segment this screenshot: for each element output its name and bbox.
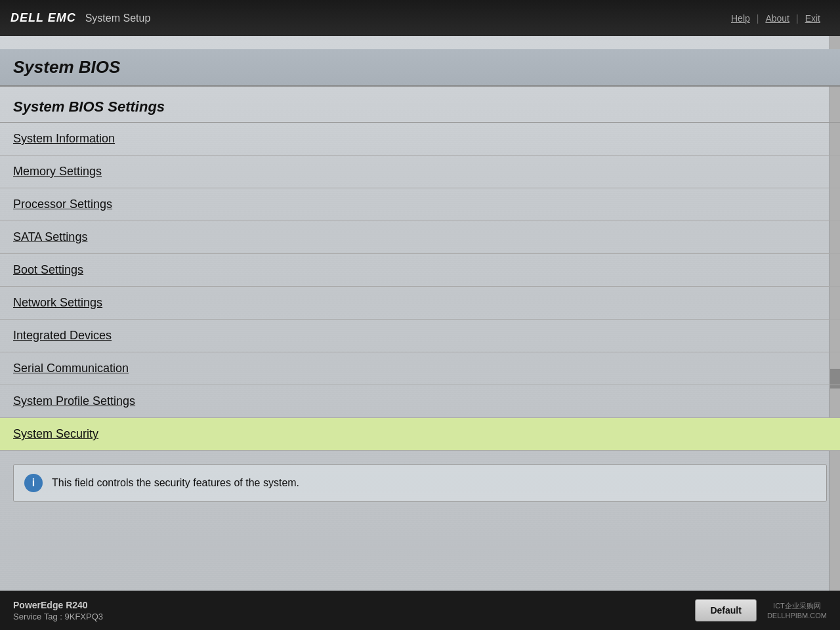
top-bar-title: System Setup [85,12,151,24]
menu-item-label: System Security [13,427,98,440]
info-text: This field controls the security feature… [52,477,299,489]
main-content: System BIOS System BIOS Settings System … [0,36,840,591]
top-bar-links: Help | About | Exit [731,13,820,24]
footer-model: PowerEdge R240 [13,600,103,610]
page-title-bar: System BIOS [0,49,840,87]
menu-item-serial-communication[interactable]: Serial Communication [0,352,840,385]
menu-item-label: Memory Settings [13,165,102,178]
menu-item-label: Serial Communication [13,362,129,375]
watermark-line2: DELLHPIBM.COM [767,612,827,620]
brand-area: DELL EMC System Setup [10,11,150,25]
default-button[interactable]: Default [695,599,756,621]
menu-item-processor-settings[interactable]: Processor Settings [0,188,840,221]
menu-item-label: System Profile Settings [13,394,135,408]
footer-right: Default ICT企业采购网 DELLHPIBM.COM [695,599,827,621]
watermark-line1: ICT企业采购网 [773,601,821,611]
menu-item-network-settings[interactable]: Network Settings [0,287,840,320]
menu-item-boot-settings[interactable]: Boot Settings [0,254,840,287]
menu-item-memory-settings[interactable]: Memory Settings [0,156,840,188]
menu-item-label: Boot Settings [13,263,83,276]
help-link[interactable]: Help [731,13,750,24]
menu-item-label: Processor Settings [13,198,112,211]
footer: PowerEdge R240 Service Tag : 9KFXPQ3 Def… [0,591,840,630]
menu-item-integrated-devices[interactable]: Integrated Devices [0,320,840,352]
menu-item-label: System Information [13,132,115,145]
menu-item-label: Integrated Devices [13,329,112,342]
footer-left: PowerEdge R240 Service Tag : 9KFXPQ3 [13,600,103,621]
menu-item-system-profile-settings[interactable]: System Profile Settings [0,385,840,418]
menu-item-sata-settings[interactable]: SATA Settings [0,221,840,254]
top-bar: DELL EMC System Setup Help | About | Exi… [0,0,840,36]
menu-item-label: SATA Settings [13,230,87,243]
exit-link[interactable]: Exit [805,13,820,24]
menu-item-system-security[interactable]: System Security [0,418,840,451]
page-title: System BIOS [13,57,120,77]
menu-item-system-information[interactable]: System Information [0,123,840,156]
dell-logo: DELL EMC [10,11,76,25]
info-icon: i [24,474,43,492]
section-heading: System BIOS Settings [0,87,840,123]
info-box: i This field controls the security featu… [13,464,827,502]
footer-service-tag: Service Tag : 9KFXPQ3 [13,612,103,621]
footer-watermark: ICT企业采购网 DELLHPIBM.COM [767,601,827,620]
about-link[interactable]: About [765,13,789,24]
menu-item-label: Network Settings [13,296,102,309]
menu-list: System InformationMemory SettingsProcess… [0,123,840,451]
content-inner: System BIOS System BIOS Settings System … [0,36,840,502]
